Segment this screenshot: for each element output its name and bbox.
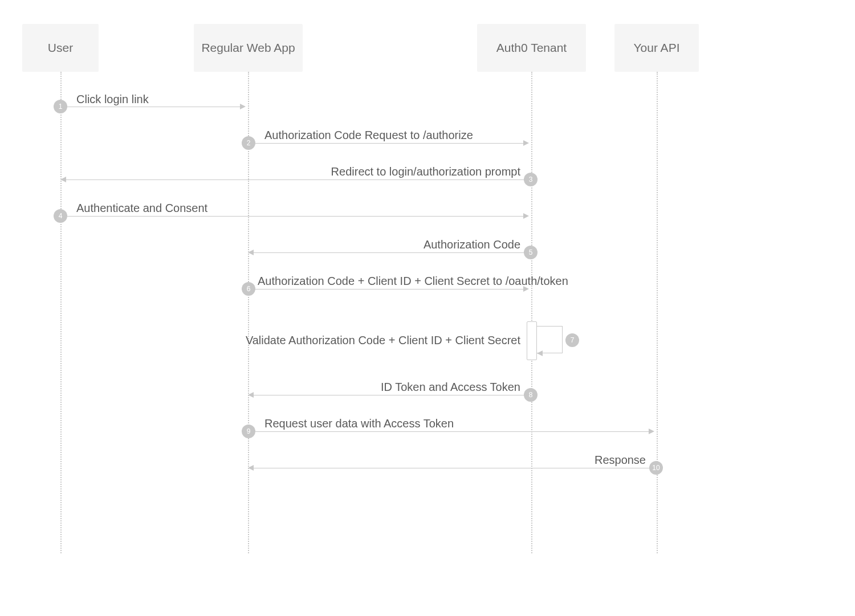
arrowhead-right [523,213,529,219]
step-badge-7: 7 [565,333,579,347]
arrow-8 [254,395,524,395]
participant-label: Your API [634,41,680,55]
msg-label-2: Authorization Code Request to /authorize [264,129,473,142]
arrow-10 [254,468,649,468]
arrow-5 [254,252,524,253]
participant-app: Regular Web App [194,24,303,72]
msg-label-3: Redirect to login/authorization prompt [331,165,520,178]
activation-tenant [527,321,537,360]
arrowhead-right [649,429,654,434]
msg-label-10: Response [595,454,646,467]
arrowhead-left [537,350,543,356]
step-badge-4: 4 [54,209,67,223]
msg-label-8: ID Token and Access Token [381,381,520,394]
arrow-6 [255,289,523,289]
step-badge-9: 9 [242,425,255,438]
participant-tenant: Auth0 Tenant [477,24,586,72]
arrowhead-left [248,250,254,255]
arrowhead-right [240,104,246,109]
msg-label-6: Authorization Code + Client ID + Client … [258,275,568,288]
msg-label-7: Validate Authorization Code + Client ID … [246,334,520,347]
msg-label-1: Click login link [76,93,149,106]
arrow-9 [255,431,649,432]
arrow-2 [255,143,523,144]
self-bracket [537,326,563,353]
arrowhead-left [248,465,254,471]
step-badge-8: 8 [524,388,538,402]
arrow-4 [67,216,523,217]
step-badge-10: 10 [649,461,663,475]
arrowhead-right [523,286,529,292]
step-badge-3: 3 [524,173,538,186]
participant-label: Regular Web App [201,41,295,55]
arrowhead-right [523,140,529,146]
arrow-1 [67,107,240,107]
arrowhead-left [248,392,254,398]
lifeline-api [657,72,658,553]
step-badge-1: 1 [54,100,67,113]
msg-label-5: Authorization Code [424,238,520,251]
step-badge-2: 2 [242,136,255,150]
msg-label-4: Authenticate and Consent [76,202,207,215]
lifeline-tenant [531,72,532,553]
arrow-3 [66,180,524,180]
participant-api: Your API [614,24,699,72]
msg-label-9: Request user data with Access Token [264,417,454,430]
step-badge-5: 5 [524,246,538,259]
participant-label: Auth0 Tenant [496,41,567,55]
lifeline-user [60,72,62,553]
arrowhead-left [60,177,66,182]
sequence-diagram: User Regular Web App Auth0 Tenant Your A… [0,0,855,616]
participant-label: User [48,41,73,55]
participant-user: User [22,24,99,72]
step-badge-6: 6 [242,282,255,296]
